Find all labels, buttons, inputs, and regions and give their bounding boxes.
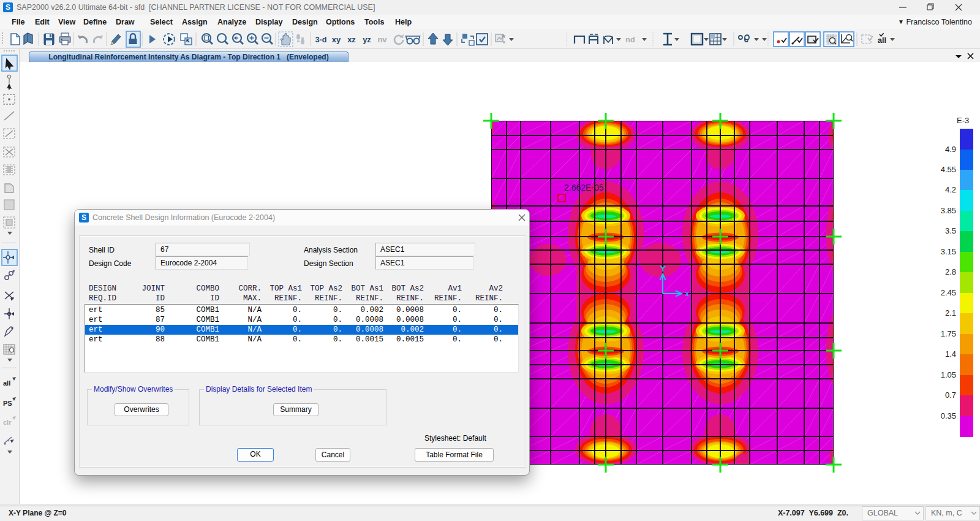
svg-text:x: x	[685, 291, 689, 297]
svg-text:2.662E-05: 2.662E-05	[564, 183, 604, 192]
